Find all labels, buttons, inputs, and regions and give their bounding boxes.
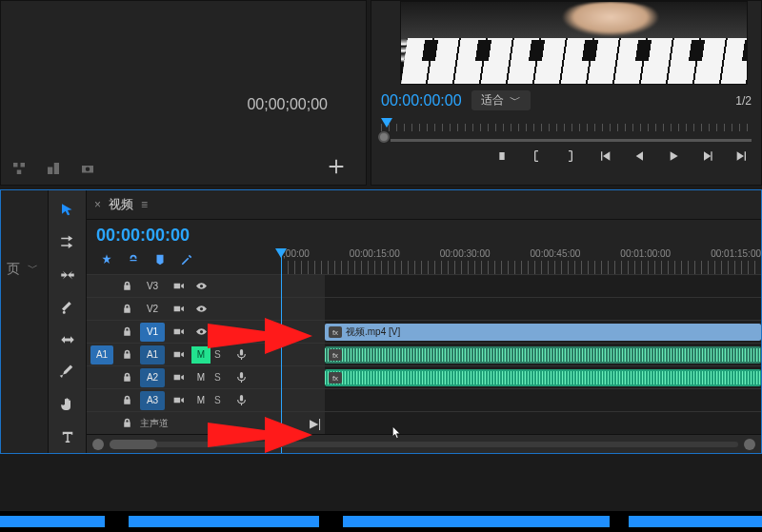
selection-tool[interactable] bbox=[57, 200, 78, 221]
playhead-handle-icon[interactable] bbox=[275, 248, 287, 258]
timeline-playhead[interactable] bbox=[281, 248, 282, 453]
lock-icon[interactable] bbox=[117, 277, 136, 296]
eye-icon[interactable] bbox=[191, 323, 211, 342]
eye-icon[interactable] bbox=[191, 277, 211, 296]
toggle-output-icon[interactable] bbox=[169, 345, 188, 365]
step-fwd-icon[interactable] bbox=[700, 148, 715, 167]
settings-icon[interactable] bbox=[180, 253, 193, 269]
horizontal-scrollbar[interactable] bbox=[110, 442, 738, 447]
track-label[interactable]: A2 bbox=[140, 368, 165, 387]
track-select-tool[interactable] bbox=[57, 232, 78, 253]
track-header-v2[interactable]: V2 bbox=[87, 297, 325, 320]
lock-icon[interactable] bbox=[117, 368, 136, 387]
zoom-fit-select[interactable]: 适合 ﹀ bbox=[471, 90, 531, 110]
track-content-area[interactable]: fx 视频.mp4 [V] fx fx bbox=[325, 274, 761, 434]
sequence-tab-title[interactable]: 视频 bbox=[109, 196, 133, 213]
toggle-output-icon[interactable] bbox=[169, 300, 188, 319]
voiceover-icon[interactable] bbox=[231, 345, 251, 365]
lane-a1[interactable]: fx bbox=[325, 343, 761, 365]
track-label[interactable]: V2 bbox=[140, 300, 165, 319]
track-label[interactable]: V1 bbox=[140, 323, 165, 342]
chevron-down-icon[interactable]: ﹀ bbox=[28, 261, 38, 275]
link-icon[interactable] bbox=[127, 253, 140, 269]
fx-badge[interactable]: fx bbox=[329, 349, 342, 361]
bracket-close-icon[interactable] bbox=[563, 148, 578, 167]
track-label[interactable]: A1 bbox=[140, 345, 165, 365]
clip-audio-a1[interactable]: fx bbox=[325, 346, 761, 364]
voiceover-icon[interactable] bbox=[231, 368, 251, 387]
zoom-out-handle[interactable] bbox=[92, 439, 104, 450]
go-end-icon[interactable]: ▶| bbox=[310, 417, 321, 430]
track-header-a3[interactable]: A3 M S bbox=[87, 388, 325, 411]
bookmark-icon[interactable] bbox=[10, 160, 28, 177]
slip-tool[interactable] bbox=[57, 329, 78, 350]
ruler-start-grip[interactable] bbox=[378, 131, 390, 143]
go-start-icon[interactable] bbox=[597, 148, 612, 167]
mute-button[interactable]: M bbox=[191, 346, 211, 364]
lane-v2[interactable] bbox=[325, 297, 761, 320]
camera-icon[interactable] bbox=[79, 160, 96, 177]
lane-v1[interactable]: fx 视频.mp4 [V] bbox=[325, 320, 761, 343]
timeline-ruler[interactable]: ;00:00 00:00:15:00 00:00:30:00 00:00:45:… bbox=[281, 220, 761, 274]
eye-icon[interactable] bbox=[191, 300, 211, 319]
mute-button[interactable]: M bbox=[191, 369, 211, 386]
fx-badge[interactable]: fx bbox=[329, 372, 342, 384]
voiceover-icon[interactable] bbox=[231, 391, 251, 410]
track-label[interactable]: A3 bbox=[140, 391, 165, 410]
track-header-v3[interactable]: V3 bbox=[87, 274, 325, 297]
lock-icon[interactable] bbox=[117, 414, 136, 433]
panel-menu-icon[interactable]: ≡ bbox=[141, 198, 146, 211]
lane-a2[interactable]: fx bbox=[325, 365, 761, 388]
scrollbar-thumb[interactable] bbox=[110, 440, 157, 449]
track-label[interactable]: V3 bbox=[140, 277, 165, 296]
solo-button[interactable]: S bbox=[214, 395, 228, 405]
mark-in-icon[interactable] bbox=[494, 148, 510, 167]
track-header-a1[interactable]: A1 A1 M S bbox=[87, 343, 325, 365]
resolution-fraction[interactable]: 1/2 bbox=[735, 94, 752, 108]
clip-audio-a2[interactable]: fx bbox=[325, 369, 761, 386]
ripple-edit-tool[interactable] bbox=[57, 265, 78, 286]
ruler-tick: ;00:00 bbox=[283, 248, 310, 259]
lane-v3[interactable] bbox=[325, 274, 761, 297]
snap-icon[interactable] bbox=[100, 253, 113, 269]
track-header-a2[interactable]: A2 M S bbox=[87, 365, 325, 388]
program-ruler[interactable] bbox=[381, 118, 752, 143]
zoom-in-handle[interactable] bbox=[744, 439, 755, 450]
source-timecode: 00;00;00;00 bbox=[247, 96, 328, 113]
track-header-master[interactable]: 主声道 ▶| bbox=[87, 411, 325, 434]
lane-a3[interactable] bbox=[325, 388, 761, 411]
share-icon[interactable] bbox=[45, 160, 62, 177]
program-playhead[interactable] bbox=[381, 118, 392, 128]
pen-tool[interactable] bbox=[57, 362, 78, 383]
play-icon[interactable] bbox=[666, 148, 681, 167]
tab-close-button[interactable]: × bbox=[94, 198, 101, 211]
source-patch-a1[interactable]: A1 bbox=[90, 345, 113, 365]
toggle-output-icon[interactable] bbox=[169, 323, 188, 342]
timeline-timecode[interactable]: 00:00:00:00 bbox=[96, 226, 271, 246]
type-tool[interactable] bbox=[57, 426, 78, 447]
solo-button[interactable]: S bbox=[214, 349, 228, 360]
marker-icon[interactable] bbox=[153, 253, 167, 269]
fx-badge[interactable]: fx bbox=[329, 326, 342, 338]
go-end-icon[interactable] bbox=[734, 148, 750, 167]
timeline-zoom-scroll[interactable] bbox=[87, 434, 761, 453]
mute-button[interactable]: M bbox=[191, 392, 211, 409]
lock-icon[interactable] bbox=[117, 345, 136, 365]
razor-tool[interactable] bbox=[57, 297, 78, 318]
lock-icon[interactable] bbox=[117, 391, 136, 410]
clip-video-v1[interactable]: fx 视频.mp4 [V] bbox=[325, 324, 761, 341]
add-button[interactable] bbox=[326, 156, 347, 177]
step-back-icon[interactable] bbox=[632, 148, 647, 167]
track-header-v1[interactable]: V1 bbox=[87, 320, 325, 343]
ruler-tick: 00:00:15:00 bbox=[350, 248, 400, 259]
lock-icon[interactable] bbox=[117, 300, 136, 319]
toggle-output-icon[interactable] bbox=[169, 368, 188, 387]
timeline-toggles bbox=[100, 253, 271, 269]
toggle-output-icon[interactable] bbox=[169, 391, 188, 410]
solo-button[interactable]: S bbox=[214, 372, 228, 383]
lock-icon[interactable] bbox=[117, 323, 136, 342]
toggle-output-icon[interactable] bbox=[169, 277, 188, 296]
clip-label: 视频.mp4 [V] bbox=[346, 325, 400, 339]
hand-tool[interactable] bbox=[57, 394, 78, 415]
bracket-open-icon[interactable] bbox=[529, 148, 544, 167]
